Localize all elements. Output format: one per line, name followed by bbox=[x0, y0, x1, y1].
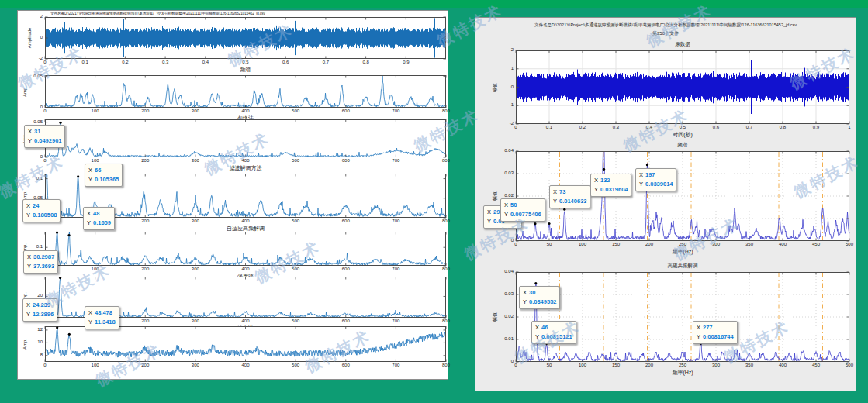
x-axis-tick-label: 100 bbox=[83, 363, 108, 367]
L1-signal-svg bbox=[45, 17, 446, 59]
x-axis-tick-label: 250 bbox=[670, 242, 695, 246]
x-axis-tick-label: 500 bbox=[837, 363, 862, 367]
datatip[interactable]: X73Y0.0140633 bbox=[549, 185, 590, 208]
x-axis-caption: 频率(Hz) bbox=[516, 248, 849, 256]
x-axis-tick-label: 0 bbox=[503, 242, 528, 246]
x-axis-tick-label: 300 bbox=[183, 158, 208, 163]
x-axis-tick-label: 500 bbox=[283, 108, 308, 113]
L7-signal-svg bbox=[45, 326, 446, 362]
x-axis-tick-label: 0.4 bbox=[637, 125, 662, 129]
x-axis-tick-label: 0 bbox=[503, 125, 528, 129]
x-axis-tick-label: 0.8 bbox=[770, 125, 795, 129]
x-axis-tick-label: 400 bbox=[233, 108, 258, 113]
x-axis-tick-label: 200 bbox=[637, 242, 662, 246]
datatip[interactable]: X48Y0.1659 bbox=[83, 207, 115, 230]
plot-bottom-spectrum[interactable]: 810120100200300400500600700800Amp. bbox=[45, 326, 446, 362]
L2-signal-svg bbox=[45, 75, 446, 108]
x-axis-tick-label: 500 bbox=[837, 242, 862, 246]
y-axis-tick-label: 0.04 bbox=[495, 269, 514, 274]
L3-signal-svg bbox=[45, 119, 446, 157]
R1-signal-svg bbox=[516, 50, 849, 124]
plot-envelope-method[interactable]: 00.050100200300400500600700800Amp.包络法 bbox=[45, 75, 446, 108]
y-axis-tick-label: 0.03 bbox=[495, 291, 514, 296]
y-axis-tick-label: -1 bbox=[495, 102, 514, 107]
x-axis-tick-label: 800 bbox=[434, 363, 458, 367]
x-axis-tick-label: 0 bbox=[33, 363, 57, 367]
x-axis-tick-label: 700 bbox=[383, 319, 408, 323]
y-axis-tick-label: 0.1 bbox=[24, 176, 43, 181]
y-axis-tick-label: 1 bbox=[495, 66, 514, 71]
y-axis-label: 幅值 bbox=[492, 83, 499, 92]
x-axis-tick-label: 0 bbox=[33, 60, 57, 64]
x-axis-tick-label: 0.2 bbox=[570, 125, 595, 129]
x-axis-tick-label: 400 bbox=[233, 319, 258, 323]
datatip[interactable]: X24Y0.180508 bbox=[22, 199, 61, 222]
L5-signal-svg bbox=[45, 232, 446, 266]
datatip[interactable]: X24.239Y12.3896 bbox=[22, 298, 57, 322]
x-axis-tick-label: 500 bbox=[283, 219, 308, 223]
x-axis-tick-label: 0.3 bbox=[603, 125, 628, 129]
plot-title: 高频共振解调 bbox=[516, 263, 849, 270]
datatip[interactable]: X277Y0.00816744 bbox=[693, 321, 738, 344]
datatip[interactable]: X197Y0.0339014 bbox=[635, 168, 676, 191]
plot-hf-resonance-demodulation[interactable]: 00.010.020.030.0405010015020025030035040… bbox=[516, 272, 849, 362]
y-axis-tick-label: 0.05 bbox=[24, 74, 43, 78]
y-axis-tick-label: 12 bbox=[24, 327, 43, 332]
right-figure-panel: 文件名是D:\2021Y\Project\多通道故障预测诊断模块\项目\葛洲坝电… bbox=[475, 17, 856, 391]
plot-intensity-spectrum[interactable]: 00.10100200300400500600700800Amp.强度谱 bbox=[45, 232, 446, 266]
x-axis-tick-label: 400 bbox=[233, 267, 258, 271]
datatip[interactable]: X66Y0.105365 bbox=[85, 164, 123, 187]
x-axis-tick-label: 200 bbox=[133, 363, 157, 367]
x-axis-tick-label: 300 bbox=[704, 242, 728, 246]
x-axis-tick-label: 0.1 bbox=[537, 125, 562, 129]
x-axis-tick-label: 700 bbox=[383, 108, 408, 113]
x-axis-tick-label: 50 bbox=[537, 363, 562, 367]
x-axis-tick-label: 800 bbox=[434, 319, 458, 323]
plot-filter-demodulation[interactable]: 00.050100200300400500600700800Amp.滤波解调方法 bbox=[45, 119, 446, 157]
x-axis-tick-label: 200 bbox=[133, 219, 157, 223]
datatip[interactable]: X31Y0.0492901 bbox=[24, 125, 65, 148]
plot-raw-data[interactable]: -2-101200.10.20.30.40.50.60.70.80.91幅值时间… bbox=[516, 50, 849, 124]
x-axis-tick-label: 0 bbox=[503, 363, 528, 367]
x-axis-caption: 频谱 bbox=[45, 66, 446, 74]
x-axis-tick-label: 0.3 bbox=[153, 60, 178, 64]
y-axis-label: Amp. bbox=[22, 86, 27, 97]
x-axis-tick-label: 0.9 bbox=[804, 125, 828, 129]
x-axis-tick-label: 0.6 bbox=[704, 125, 728, 129]
x-axis-tick-label: 350 bbox=[737, 242, 762, 246]
plot-raw-signal[interactable]: -20200.10.20.30.40.50.60.70.80.9Amplitud… bbox=[45, 17, 446, 59]
x-axis-tick-label: 100 bbox=[83, 158, 108, 163]
x-axis-tick-label: 300 bbox=[183, 219, 208, 223]
datatip[interactable]: X30Y0.0349552 bbox=[519, 286, 560, 309]
x-axis-tick-label: 700 bbox=[383, 158, 408, 163]
datatip[interactable]: X30.2987Y37.3693 bbox=[23, 250, 58, 274]
x-axis-tick-label: 0 bbox=[33, 108, 57, 113]
x-axis-tick-label: 350 bbox=[737, 363, 762, 367]
x-axis-tick-label: 300 bbox=[183, 363, 208, 367]
datatip[interactable]: X48.478Y11.3418 bbox=[85, 306, 119, 329]
plot-title: 原数据 bbox=[516, 41, 849, 48]
x-axis-tick-label: 0.1 bbox=[73, 60, 98, 64]
x-axis-tick-label: 100 bbox=[83, 267, 108, 271]
x-axis-caption: 频率(Hz) bbox=[516, 369, 849, 377]
datatip[interactable]: X132Y0.0319604 bbox=[590, 174, 631, 197]
x-axis-tick-label: 800 bbox=[434, 219, 458, 223]
x-axis-tick-label: 300 bbox=[183, 267, 208, 271]
left-figure-title: 文件名是D:\2021Y\Project\多通道故障预测诊断模块\项目\葛洲坝电… bbox=[50, 12, 446, 16]
y-axis-tick-label: 0.05 bbox=[24, 119, 43, 124]
x-axis-tick-label: 800 bbox=[434, 267, 458, 271]
y-axis-label: Amp. bbox=[22, 339, 27, 350]
datatip[interactable]: X46Y0.00815121 bbox=[531, 321, 576, 344]
x-axis-tick-label: 400 bbox=[233, 219, 258, 223]
y-axis-tick-label: 8 bbox=[24, 353, 43, 357]
x-axis-tick-label: 600 bbox=[334, 108, 358, 113]
x-axis-tick-label: 600 bbox=[334, 363, 358, 367]
x-axis-tick-label: 500 bbox=[283, 363, 308, 367]
x-axis-tick-label: 400 bbox=[233, 363, 258, 367]
x-axis-tick-label: 700 bbox=[383, 219, 408, 223]
x-axis-tick-label: 500 bbox=[283, 158, 308, 163]
y-axis-label: Amplitude bbox=[27, 28, 32, 49]
y-axis-label: 幅值 bbox=[492, 312, 499, 322]
datatip[interactable]: X50Y0.00775406 bbox=[500, 198, 545, 222]
R3-signal-svg bbox=[516, 272, 849, 362]
